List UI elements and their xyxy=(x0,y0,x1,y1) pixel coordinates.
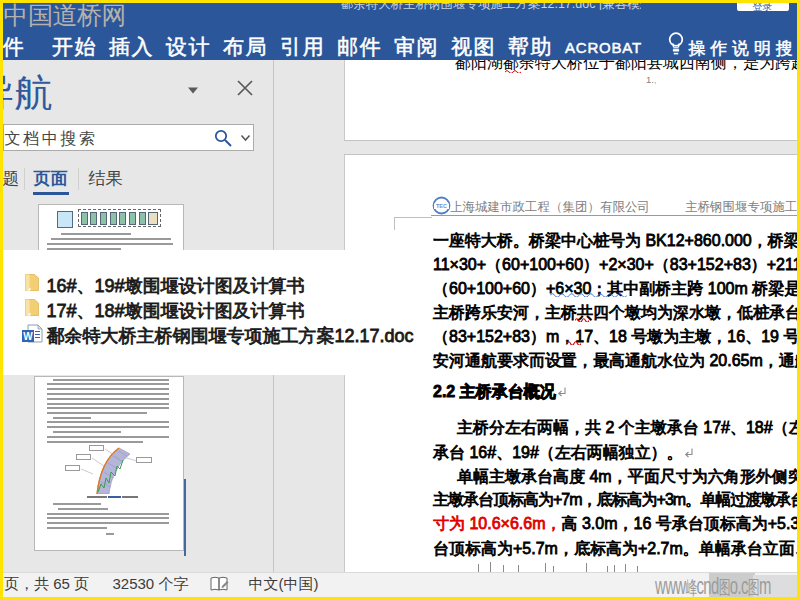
svg-text:W: W xyxy=(23,331,33,342)
svg-text:TEC: TEC xyxy=(436,203,447,209)
